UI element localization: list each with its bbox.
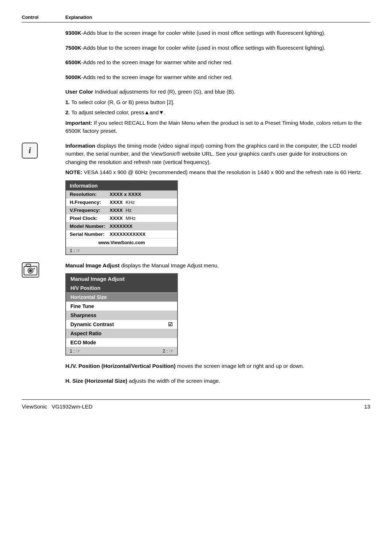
- footer-brand: ViewSonic VG1932wm-LED: [22, 403, 93, 410]
- text-6500k-content: 6500K-Adds red to the screen image for w…: [65, 58, 370, 67]
- text-user-color-line1: User Color Individual adjustments for re…: [65, 88, 370, 96]
- manual-nav: 1 : ☞ 2 : ☞: [66, 347, 177, 355]
- info-unit-hfreq: KHz: [126, 200, 135, 205]
- text-manual: Manual Image Adjust displays the Manual …: [65, 262, 370, 356]
- manual-nav-right: 2 : ☞: [163, 348, 173, 354]
- row-hsize-desc: H. Size (Horizontal Size) adjusts the wi…: [22, 377, 370, 385]
- svg-point-3: [29, 269, 32, 272]
- text-information-main: Information displays the timing mode (vi…: [65, 142, 370, 167]
- manual-icon: [22, 262, 39, 278]
- text-6500k: 6500K-Adds red to the screen image for w…: [65, 58, 370, 67]
- icon-col-manual: [22, 262, 65, 278]
- info-row-model: Model Number: XXXXXXX: [66, 222, 177, 230]
- text-5000k-content: 5000K-Adds red to the screen image for w…: [65, 73, 370, 82]
- info-icon-letter: i: [29, 145, 31, 155]
- info-row-serial: Serial Number: XXXXXXXXXXX: [66, 230, 177, 238]
- info-row-pixel: Pixel Clock: XXXX MHz: [66, 214, 177, 222]
- info-label-hfreq: H.Frequency:: [70, 200, 110, 205]
- info-label-pixel: Pixel Clock:: [70, 216, 110, 221]
- info-website: www.ViewSonic.com: [66, 238, 177, 247]
- header-control: Control: [22, 15, 65, 20]
- text-9300k-content: 9300K-Adds blue to the screen image for …: [65, 29, 370, 37]
- model-name: VG1932wm-LED: [52, 403, 93, 410]
- table-header: Control Explanation: [22, 15, 370, 22]
- info-row-hfreq: H.Frequency: XXXX KHz: [66, 198, 177, 206]
- header-explanation: Explanation: [65, 15, 92, 20]
- info-label-model: Model Number:: [70, 223, 110, 229]
- text-user-color-line2: 1. To select color (R, G or B) press but…: [65, 98, 370, 107]
- manual-label-sharpness: Sharpness: [70, 312, 97, 318]
- dynamic-contrast-checkbox: ☑: [168, 321, 173, 327]
- text-7500k: 7500K-Adds blue to the screen image for …: [65, 44, 370, 52]
- info-nav: 1 : ☞: [66, 247, 177, 254]
- icon-col-hv-desc: [22, 362, 65, 363]
- row-information: i Information displays the timing mode (…: [22, 142, 370, 255]
- text-hsize-desc: H. Size (Horizontal Size) adjusts the wi…: [65, 377, 370, 385]
- page-footer: ViewSonic VG1932wm-LED 13: [22, 399, 370, 410]
- footer-page-number: 13: [364, 403, 370, 410]
- manual-row-aspect-ratio: Aspect Ratio: [66, 329, 177, 338]
- row-hv-desc: H./V. Position (Horizontal/Vertical Posi…: [22, 362, 370, 370]
- info-value-hfreq: XXXX: [110, 200, 123, 205]
- manual-row-hv-position: H/V Position: [66, 284, 177, 293]
- manual-label-hv-position: H/V Position: [70, 285, 100, 291]
- manual-label-horizontal-size: Horizontal Size: [70, 294, 107, 300]
- info-value-serial: XXXXXXXXXXX: [110, 231, 146, 237]
- text-user-color: User Color Individual adjustments for re…: [65, 88, 370, 135]
- info-value-pixel: XXXX: [110, 216, 123, 221]
- info-unit-pixel: MHz: [126, 216, 136, 221]
- manual-table: Manual Image Adjust H/V Position Horizon…: [65, 273, 178, 356]
- info-value-vfreq: XXXX: [110, 208, 123, 213]
- manual-label-aspect-ratio: Aspect Ratio: [70, 331, 102, 336]
- info-label-serial: Serial Number:: [70, 231, 110, 237]
- row-5000k: 5000K-Adds red to the screen image for w…: [22, 73, 370, 82]
- row-user-color: User Color Individual adjustments for re…: [22, 88, 370, 135]
- icon-col-hsize-desc: [22, 377, 65, 378]
- info-icon: i: [22, 143, 38, 159]
- icon-col-user-color: [22, 88, 65, 89]
- text-information: Information displays the timing mode (vi…: [65, 142, 370, 255]
- manual-row-sharpness: Sharpness: [66, 311, 177, 320]
- icon-col-information: i: [22, 142, 65, 159]
- text-information-note: NOTE: VESA 1440 x 900 @ 60Hz (recommende…: [65, 168, 370, 177]
- info-label-resolution: Resolution:: [70, 192, 110, 197]
- info-label-vfreq: V.Frequency:: [70, 208, 110, 213]
- manual-row-dynamic-contrast: Dynamic Contrast ☑: [66, 320, 177, 329]
- icon-col-9300k: [22, 29, 65, 30]
- icon-col-5000k: [22, 73, 65, 74]
- info-table: Information Resolution: XXXX x XXXX H.Fr…: [65, 180, 178, 255]
- text-hv-desc: H./V. Position (Horizontal/Vertical Posi…: [65, 362, 370, 370]
- manual-label-fine-tune: Fine Tune: [70, 303, 94, 309]
- manual-row-fine-tune: Fine Tune: [66, 302, 177, 311]
- text-hsize-content: H. Size (Horizontal Size) adjusts the wi…: [65, 377, 370, 385]
- row-9300k: 9300K-Adds blue to the screen image for …: [22, 29, 370, 37]
- icon-col-7500k: [22, 44, 65, 45]
- text-manual-intro: Manual Image Adjust displays the Manual …: [65, 262, 370, 270]
- info-row-vfreq: V.Frequency: XXXX Hz: [66, 206, 177, 214]
- info-row-resolution: Resolution: XXXX x XXXX: [66, 190, 177, 198]
- manual-label-eco-mode: ECO Mode: [70, 340, 96, 345]
- svg-rect-4: [33, 268, 35, 269]
- manual-table-header: Manual Image Adjust: [66, 274, 177, 284]
- text-hv-position-desc: H./V. Position (Horizontal/Vertical Posi…: [65, 362, 370, 370]
- manual-nav-left: 1 : ☞: [70, 348, 81, 354]
- text-user-color-line3: 2. To adjust selected color, press▲and▼.: [65, 108, 370, 117]
- text-5000k: 5000K-Adds red to the screen image for w…: [65, 73, 370, 82]
- row-manual-image-adjust: Manual Image Adjust displays the Manual …: [22, 262, 370, 356]
- manual-row-eco-mode: ECO Mode: [66, 338, 177, 347]
- row-6500k: 6500K-Adds red to the screen image for w…: [22, 58, 370, 67]
- info-value-model: XXXXXXX: [110, 223, 132, 229]
- info-value-resolution: XXXX x XXXX: [110, 192, 141, 197]
- info-unit-vfreq: Hz: [126, 208, 132, 213]
- info-table-header: Information: [66, 181, 177, 190]
- icon-col-6500k: [22, 58, 65, 59]
- text-7500k-content: 7500K-Adds blue to the screen image for …: [65, 44, 370, 52]
- camera-icon-svg: [23, 263, 38, 276]
- brand-name: ViewSonic: [22, 403, 47, 410]
- manual-row-horizontal-size: Horizontal Size: [66, 293, 177, 302]
- content-area: 9300K-Adds blue to the screen image for …: [22, 29, 370, 385]
- text-9300k: 9300K-Adds blue to the screen image for …: [65, 29, 370, 37]
- info-nav-label: 1 : ☞: [70, 248, 81, 253]
- manual-label-dynamic-contrast: Dynamic Contrast: [70, 321, 114, 327]
- text-user-color-important: Important: If you select RECALL from the…: [65, 119, 370, 135]
